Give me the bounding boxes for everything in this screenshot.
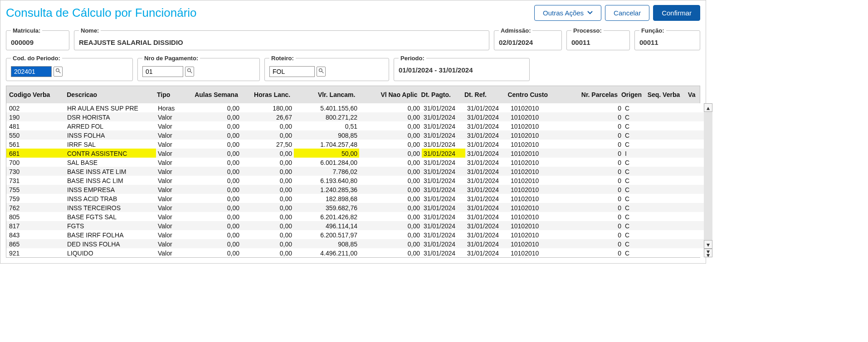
cell: 31/01/2024 [465,121,509,130]
cell: 0,00 [183,203,241,212]
cell: 0,00 [359,149,422,158]
cell: 31/01/2024 [465,130,509,140]
cod-periodo-input[interactable] [11,66,52,77]
cell: C [623,130,649,140]
cell: I [623,149,649,158]
cell [649,149,690,158]
table-row[interactable]: 550INSS FOLHAValor0,000,00908,850,0031/0… [6,130,704,140]
cell: 31/01/2024 [422,158,465,167]
cell: 10102010 [509,140,568,149]
col-aulas-semana[interactable]: Aulas Semana [182,90,240,100]
cell: 31/01/2024 [422,130,465,140]
table-row[interactable]: 731BASE INSS AC LIMValor0,000,006.193.64… [6,176,704,185]
col-horas-lanc[interactable]: Horas Lanc. [240,90,292,100]
cod-periodo-lookup[interactable] [54,67,63,77]
scroll-end-button[interactable]: ▾▾ [704,249,712,257]
cell: 1.240.285,36 [294,185,359,194]
table-row[interactable]: 843BASE IRRF FOLHAValor0,000,006.200.517… [6,230,704,239]
cell: 0,00 [241,212,294,221]
cell: 0,51 [294,121,359,130]
svg-line-5 [322,71,323,73]
roteiro-lookup[interactable] [317,67,326,77]
cell: 31/01/2024 [422,239,465,248]
cell: 31/01/2024 [422,140,465,149]
col-tipo[interactable]: Tipo [155,90,182,100]
table-row[interactable]: 759INSS ACID TRABValor0,000,00182.898,68… [6,194,704,203]
outras-acoes-button[interactable]: Outras Ações [534,5,601,21]
col-origen[interactable]: Origen [619,90,646,100]
cell [649,121,690,130]
cell: 561 [6,140,65,149]
cell: 31/01/2024 [465,221,509,230]
cell: 0 [568,194,623,203]
page-title: Consulta de Cálculo por Funcionário [6,6,197,20]
table-row[interactable]: 190DSR HORISTAValor0,0026,67800.271,220,… [6,112,704,121]
table-row[interactable]: 002HR AULA ENS SUP PREHoras0,00180,005.4… [6,103,704,112]
table-row[interactable]: 681CONTR ASSISTENCValor0,000,0050,000,00… [6,149,704,158]
cell: 908,85 [294,239,359,248]
cell: 0,00 [241,230,294,239]
col-vlr-lancam[interactable]: Vlr. Lancam. [292,90,357,100]
roteiro-label: Roteiro: [269,55,296,62]
nro-pagamento-lookup[interactable] [185,67,194,77]
nro-pagamento-input[interactable] [142,66,183,77]
roteiro-input[interactable] [269,66,315,77]
cell: 10102010 [509,239,568,248]
search-icon [318,68,324,75]
col-last[interactable]: Va [686,90,700,100]
cell [690,121,704,130]
cell: 0,00 [359,158,422,167]
table-row[interactable]: 762INSS TERCEIROSValor0,000,00359.682,76… [6,203,704,212]
cell: 0 [568,185,623,194]
cell [690,149,704,158]
cell: 0,00 [183,194,241,203]
admissao-value: 02/01/2024 [499,39,533,46]
col-vl-nao-aplic[interactable]: Vl Nao Aplic [357,90,419,100]
table-row[interactable]: 481ARRED FOLValor0,000,000,510,0031/01/2… [6,121,704,130]
cell: Valor [156,239,183,248]
cell: 755 [6,185,65,194]
table-row[interactable]: 817FGTSValor0,000,00496.114,140,0031/01/… [6,221,704,230]
cell: 31/01/2024 [422,121,465,130]
table-row[interactable]: 805BASE FGTS SALValor0,000,006.201.426,8… [6,212,704,221]
table-row[interactable]: 755INSS EMPRESAValor0,000,001.240.285,36… [6,185,704,194]
cell: Valor [156,203,183,212]
table-row[interactable]: 865DED INSS FOLHAValor0,000,00908,850,00… [6,239,704,248]
cell [690,112,704,121]
table-row[interactable]: 921LIQUIDOValor0,000,004.496.211,000,003… [6,248,704,257]
grid: Codigo Verba Descricao Tipo Aulas Semana… [6,86,700,258]
confirm-button[interactable]: Confirmar [653,5,700,21]
col-centro-custo[interactable]: Centro Custo [506,90,564,100]
funcao-label: Função: [639,27,666,34]
periodo-value: 01/01/2024 - 31/01/2024 [399,66,473,74]
cell [649,212,690,221]
cell: 0,00 [241,167,294,176]
col-descricao[interactable]: Descricao [65,90,155,100]
scroll-up-button[interactable]: ▴ [704,103,712,112]
cell: Horas [156,103,183,112]
cell: 6.193.640,80 [294,176,359,185]
cell: 31/01/2024 [422,112,465,121]
table-row[interactable]: 700SAL BASEValor0,000,006.001.284,000,00… [6,158,704,167]
cell: 0,00 [183,176,241,185]
scroll-track[interactable] [704,112,712,240]
cell: 0,00 [183,121,241,130]
cell: 921 [6,248,65,257]
col-seq-verba[interactable]: Seq. Verba [646,90,686,100]
cell [690,176,704,185]
periodo-label: Periodo: [399,55,426,62]
cell: 0,00 [359,239,422,248]
col-dt-ref[interactable]: Dt. Ref. [463,90,506,100]
col-dt-pagto[interactable]: Dt. Pagto. [419,90,463,100]
cell [649,248,690,257]
form-row-2: Cod. do Periodo: Nro de Pagamento: [6,55,700,81]
form-row-1: Matricula: 000009 Nome: REAJUSTE SALARIA… [6,27,700,50]
table-row[interactable]: 730BASE INSS ATE LIMValor0,000,007.786,0… [6,167,704,176]
cell: 0,00 [183,185,241,194]
col-codigo-verba[interactable]: Codigo Verba [6,90,65,100]
col-nr-parcelas[interactable]: Nr. Parcelas [565,90,619,100]
table-row[interactable]: 561IRRF SALValor0,0027,501.704.257,480,0… [6,140,704,149]
cell: 31/01/2024 [422,194,465,203]
cancel-button[interactable]: Cancelar [605,5,649,21]
cell: Valor [156,158,183,167]
